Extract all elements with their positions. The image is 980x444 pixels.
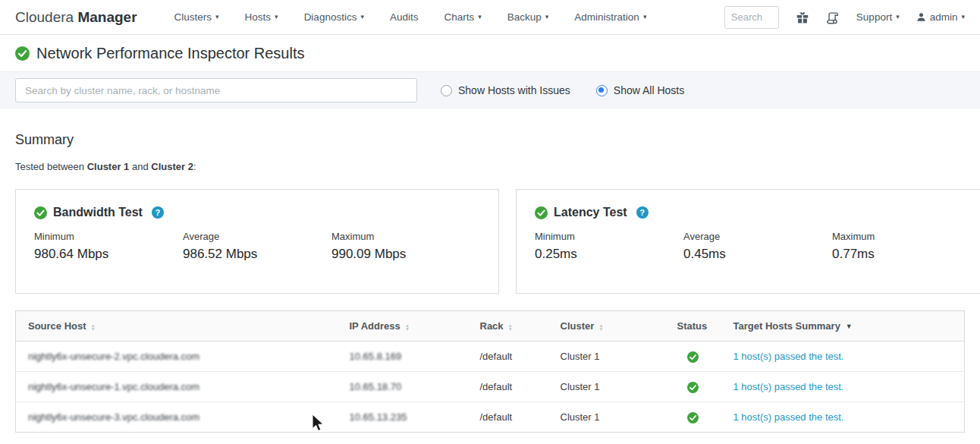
sort-both-icon[interactable]: ▲▼ [598, 323, 603, 331]
menu-user-admin[interactable]: admin▾ [916, 11, 965, 23]
metric-maximum: Maximum 990.09 Mbps [331, 231, 480, 262]
column-header-source-host[interactable]: Source Host▲▼ [16, 311, 338, 342]
caret-down-icon: ▾ [896, 14, 900, 20]
page-title: Network Performance Inspector Results [36, 45, 304, 62]
menu-diagnostics[interactable]: Diagnostics▾ [291, 11, 377, 23]
sort-both-icon[interactable]: ▲▼ [91, 323, 96, 331]
parcel-icon[interactable] [796, 11, 809, 24]
caret-down-icon: ▾ [478, 14, 482, 20]
menu-charts[interactable]: Charts▾ [431, 11, 494, 23]
menu-clusters[interactable]: Clusters▾ [162, 11, 232, 23]
table-row: nightly6x-unsecure-2.vpc.cloudera.com 10… [16, 342, 965, 372]
main-content: Summary Tested between Cluster 1 and Clu… [0, 132, 980, 433]
column-header-cluster[interactable]: Cluster▲▼ [548, 311, 665, 342]
tested-between-line: Tested between Cluster 1 and Cluster 2: [15, 161, 965, 172]
caret-down-icon: ▾ [275, 14, 278, 20]
status-passed-icon [687, 382, 699, 393]
radio-checked-icon[interactable] [596, 85, 608, 96]
navbar-right: Support▾ admin▾ [724, 6, 965, 29]
user-icon [916, 12, 926, 22]
menu-administration[interactable]: Administration▾ [561, 11, 659, 23]
cluster-2-name: Cluster 2 [151, 161, 193, 172]
radio-show-hosts-with-issues[interactable]: Show Hosts with Issues [441, 84, 570, 96]
menu-hosts[interactable]: Hosts▾ [232, 11, 291, 23]
metric-average: Average 0.45ms [683, 231, 832, 262]
filter-bar: Show Hosts with Issues Show All Hosts [0, 71, 980, 109]
ip-address-cell: 10.65.13.235 [338, 402, 468, 433]
host-results-table: Source Host▲▼ IP Address▲▼ Rack▲▼ Cluste… [15, 310, 965, 433]
page-header: Network Performance Inspector Results [0, 35, 980, 71]
sort-desc-icon[interactable]: ▼ [846, 323, 853, 330]
rack-cell: /default [468, 402, 548, 433]
summary-heading: Summary [15, 132, 965, 148]
card-title: Latency Test [554, 206, 627, 219]
column-header-status[interactable]: Status [665, 311, 721, 342]
summary-cards: Bandwidth Test ? Minimum 980.64 Mbps Ave… [15, 189, 965, 294]
status-passed-icon [687, 412, 699, 424]
cloudera-manager-logo[interactable]: Cloudera Manager [15, 9, 137, 26]
menu-audits[interactable]: Audits [377, 11, 432, 23]
card-title: Bandwidth Test [53, 206, 143, 219]
source-host-cell: nightly6x-unsecure-1.vpc.cloudera.com [16, 372, 338, 402]
status-cell [665, 402, 721, 433]
source-host-cell: nightly6x-unsecure-3.vpc.cloudera.com [16, 402, 338, 433]
table-row: nightly6x-unsecure-3.vpc.cloudera.com 10… [16, 402, 965, 433]
host-filter-search-input[interactable] [15, 78, 417, 102]
rack-cell: /default [468, 342, 548, 372]
hosts-passed-link[interactable]: 1 host(s) passed the test. [733, 411, 844, 423]
brand-cloudera: Cloudera [15, 9, 77, 25]
menu-support[interactable]: Support▾ [856, 11, 900, 23]
source-host-cell: nightly6x-unsecure-2.vpc.cloudera.com [16, 342, 338, 372]
metric-average: Average 986.52 Mbps [183, 231, 331, 262]
help-icon[interactable]: ? [636, 206, 649, 219]
bandwidth-test-card: Bandwidth Test ? Minimum 980.64 Mbps Ave… [15, 189, 499, 294]
status-cell [665, 342, 721, 372]
cluster-cell: Cluster 1 [548, 402, 665, 433]
radio-show-all-hosts[interactable]: Show All Hosts [596, 84, 684, 96]
column-header-target-hosts-summary[interactable]: Target Hosts Summary▼ [721, 311, 965, 342]
running-commands-icon[interactable] [826, 11, 840, 24]
cluster-1-name: Cluster 1 [87, 161, 130, 172]
help-icon[interactable]: ? [152, 206, 164, 219]
global-search-input[interactable] [724, 6, 779, 29]
table-header-row: Source Host▲▼ IP Address▲▼ Rack▲▼ Cluste… [16, 311, 965, 342]
caret-down-icon: ▾ [215, 14, 219, 20]
column-header-ip-address[interactable]: IP Address▲▼ [338, 311, 468, 342]
success-check-icon [15, 46, 30, 61]
brand-manager: Manager [77, 9, 137, 25]
status-passed-icon [687, 351, 699, 363]
main-menu: Clusters▾ Hosts▾ Diagnostics▾ Audits Cha… [162, 11, 660, 23]
metric-minimum: Minimum 980.64 Mbps [34, 231, 183, 262]
target-hosts-summary-cell: 1 host(s) passed the test. [721, 342, 965, 372]
menu-backup[interactable]: Backup▾ [495, 11, 562, 23]
ip-address-cell: 10.65.8.169 [338, 342, 468, 372]
cluster-cell: Cluster 1 [548, 372, 665, 402]
caret-down-icon: ▾ [643, 14, 647, 20]
caret-down-icon: ▾ [360, 14, 364, 20]
caret-down-icon: ▾ [545, 14, 549, 20]
column-header-rack[interactable]: Rack▲▼ [468, 311, 548, 342]
success-check-icon [535, 206, 548, 219]
status-cell [665, 372, 721, 402]
target-hosts-summary-cell: 1 host(s) passed the test. [721, 402, 965, 433]
sort-both-icon[interactable]: ▲▼ [508, 323, 513, 331]
table-row: nightly6x-unsecure-1.vpc.cloudera.com 10… [16, 372, 965, 402]
top-navbar: Cloudera Manager Clusters▾ Hosts▾ Diagno… [0, 0, 980, 35]
sort-both-icon[interactable]: ▲▼ [405, 323, 410, 331]
target-hosts-summary-cell: 1 host(s) passed the test. [721, 372, 965, 402]
host-filter-radios: Show Hosts with Issues Show All Hosts [441, 84, 684, 96]
caret-down-icon: ▾ [961, 14, 965, 20]
latency-test-card: Latency Test ? Minimum 0.25ms Average 0.… [516, 189, 980, 294]
metric-maximum: Maximum 0.77ms [832, 231, 980, 262]
ip-address-cell: 10.65.18.70 [338, 372, 468, 402]
hosts-passed-link[interactable]: 1 host(s) passed the test. [733, 381, 844, 392]
cluster-cell: Cluster 1 [548, 342, 665, 372]
rack-cell: /default [468, 372, 548, 402]
hosts-passed-link[interactable]: 1 host(s) passed the test. [733, 351, 844, 362]
radio-unchecked-icon[interactable] [441, 85, 452, 96]
success-check-icon [34, 206, 47, 219]
metric-minimum: Minimum 0.25ms [535, 231, 683, 262]
